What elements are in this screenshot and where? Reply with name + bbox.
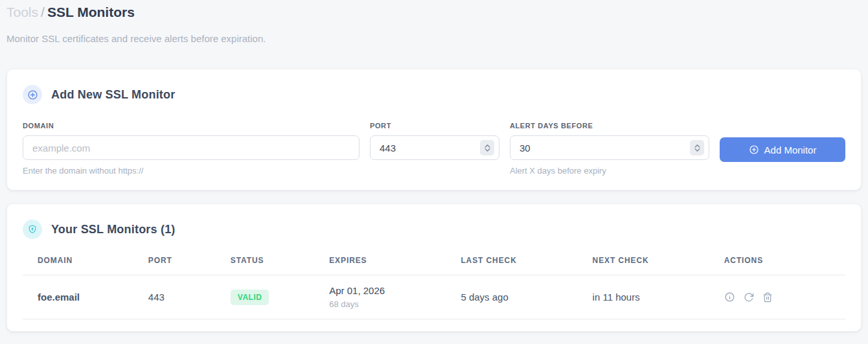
expires-date: Apr 01, 2026 xyxy=(329,285,440,296)
monitor-domain: foe.email xyxy=(23,275,138,319)
page-subtitle: Monitor SSL certificates and receive ale… xyxy=(6,33,862,44)
table-header-row: DOMAIN PORT STATUS EXPIRES LAST CHECK NE… xyxy=(23,249,845,275)
refresh-button[interactable] xyxy=(744,292,754,303)
monitor-port: 443 xyxy=(138,275,220,319)
info-icon xyxy=(724,292,735,303)
breadcrumb: Tools/SSL Monitors xyxy=(6,4,862,20)
add-monitor-card: Add New SSL Monitor DOMAIN Enter the dom… xyxy=(6,69,862,190)
monitor-expires-cell: Apr 01, 2026 68 days xyxy=(319,275,450,319)
trash-icon xyxy=(762,292,773,303)
next-check: in 11 hours xyxy=(582,275,714,319)
delete-button[interactable] xyxy=(762,292,773,303)
plus-circle-icon xyxy=(23,85,42,104)
add-monitor-card-header: Add New SSL Monitor xyxy=(23,85,845,104)
monitors-list-title: Your SSL Monitors (1) xyxy=(51,223,176,236)
status-badge: VALID xyxy=(231,290,269,305)
header-domain: DOMAIN xyxy=(23,249,138,275)
monitors-table: DOMAIN PORT STATUS EXPIRES LAST CHECK NE… xyxy=(23,249,845,319)
page-title: SSL Monitors xyxy=(47,5,135,19)
submit-column: Add Monitor xyxy=(720,122,845,176)
alert-days-field-group: ALERT DAYS BEFORE Alert X days before ex… xyxy=(510,122,709,176)
monitors-list-card: Your SSL Monitors (1) DOMAIN PORT STATUS… xyxy=(6,203,862,332)
port-stepper[interactable] xyxy=(480,140,494,155)
info-button[interactable] xyxy=(724,292,735,303)
ssl-monitors-page: Tools/SSL Monitors Monitor SSL certifica… xyxy=(0,0,868,338)
domain-helper-text: Enter the domain without https:// xyxy=(23,166,360,176)
monitors-card-header: Your SSL Monitors (1) xyxy=(23,220,845,239)
port-label: PORT xyxy=(370,122,499,130)
header-next-check: NEXT CHECK xyxy=(582,249,714,275)
plus-circle-icon xyxy=(749,144,759,155)
add-monitor-title: Add New SSL Monitor xyxy=(51,88,175,102)
chevron-up-icon xyxy=(694,144,700,148)
monitor-status-cell: VALID xyxy=(220,275,319,319)
add-monitor-form: DOMAIN Enter the domain without https://… xyxy=(23,122,845,176)
chevron-down-icon xyxy=(485,148,490,152)
port-field-group: PORT xyxy=(370,122,499,160)
alert-days-label: ALERT DAYS BEFORE xyxy=(510,122,709,130)
alert-days-helper-text: Alert X days before expiry xyxy=(510,166,709,176)
add-monitor-button-label: Add Monitor xyxy=(764,144,817,155)
header-actions: ACTIONS xyxy=(714,249,845,275)
header-port: PORT xyxy=(138,249,220,275)
monitor-actions-cell xyxy=(714,275,845,319)
header-last-check: LAST CHECK xyxy=(450,249,582,275)
domain-label: DOMAIN xyxy=(23,122,360,130)
table-row: foe.email 443 VALID Apr 01, 2026 68 days… xyxy=(23,275,845,319)
last-check: 5 days ago xyxy=(450,275,582,319)
shield-icon xyxy=(23,220,42,239)
breadcrumb-separator: / xyxy=(38,5,47,19)
header-expires: EXPIRES xyxy=(319,249,450,275)
domain-field-group: DOMAIN Enter the domain without https:// xyxy=(23,122,360,176)
breadcrumb-tools-link[interactable]: Tools xyxy=(6,5,38,19)
domain-input[interactable] xyxy=(23,135,360,160)
chevron-up-icon xyxy=(485,144,490,148)
expires-days-remaining: 68 days xyxy=(329,299,440,309)
refresh-icon xyxy=(744,292,754,303)
alert-days-input[interactable] xyxy=(510,135,709,160)
add-monitor-button[interactable]: Add Monitor xyxy=(720,137,845,162)
chevron-down-icon xyxy=(694,148,700,152)
alert-days-stepper[interactable] xyxy=(690,140,704,155)
header-status: STATUS xyxy=(220,249,319,275)
